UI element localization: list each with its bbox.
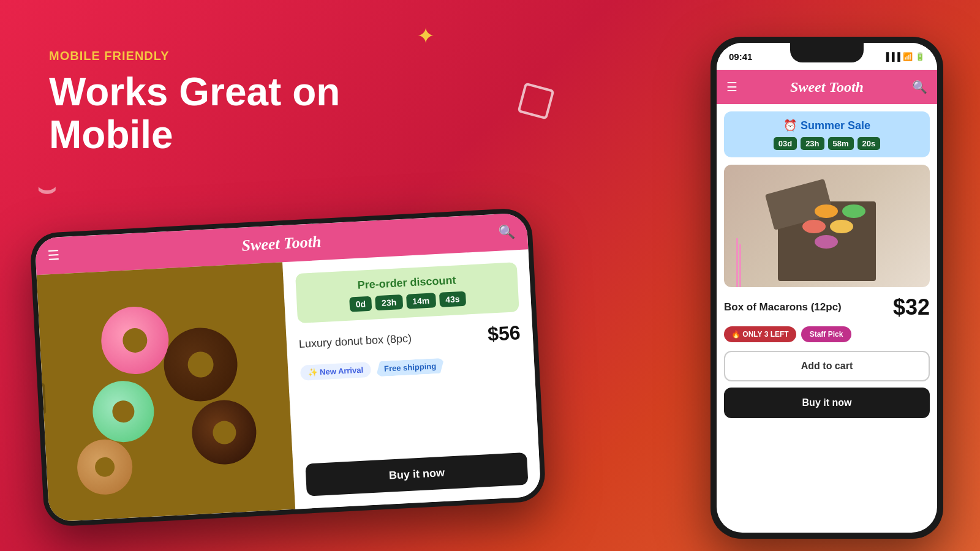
phone-notch bbox=[790, 43, 864, 62]
battery-icon: 🔋 bbox=[915, 52, 925, 61]
donut-chocolate-1 bbox=[162, 326, 239, 403]
left-content: MOBILE FRIENDLY Works Great on Mobile bbox=[49, 49, 417, 157]
landscape-product-name: Luxury donut box (8pc) bbox=[299, 332, 412, 351]
sale-hours: 23h bbox=[801, 137, 824, 150]
macaron-image bbox=[724, 165, 930, 287]
add-to-cart-button[interactable]: Add to cart bbox=[724, 351, 930, 381]
sale-banner: ⏰ Summer Sale 03d 23h 58m 20s bbox=[724, 111, 930, 157]
landscape-app-title: Sweet Tooth bbox=[241, 233, 322, 255]
portrait-app-title: Sweet Tooth bbox=[790, 79, 864, 96]
portrait-search-icon[interactable]: 🔍 bbox=[912, 80, 927, 94]
phone-portrait: 09:41 ▐▐▐ 📶 🔋 ☰ Sweet Tooth 🔍 ⏰ Summer S… bbox=[710, 37, 943, 539]
sale-icon: ⏰ bbox=[783, 119, 797, 132]
portrait-product-info: Box of Macarons (12pc) $32 bbox=[724, 294, 930, 320]
product-card: Box of Macarons (12pc) $32 🔥 ONLY 3 LEFT… bbox=[724, 165, 930, 525]
smile-decoration: ⌣ bbox=[37, 171, 56, 206]
donut-mint bbox=[91, 380, 156, 444]
macaron-yellow bbox=[830, 220, 853, 233]
sale-countdown: 03d 23h 58m 20s bbox=[734, 137, 920, 150]
donut-chocolate-2 bbox=[190, 399, 258, 466]
portrait-buy-button[interactable]: Buy it now bbox=[724, 388, 930, 418]
countdown-seconds: 43s bbox=[439, 291, 467, 307]
countdown-minutes: 14m bbox=[406, 293, 436, 309]
landscape-tags: ✨ New Arrival Free shipping bbox=[300, 354, 522, 381]
star-decoration: ✦ bbox=[417, 23, 435, 49]
free-shipping-tag: Free shipping bbox=[375, 358, 445, 377]
phone-landscape: ☰ Sweet Tooth 🔍 Pre-order bbox=[29, 208, 546, 527]
donut-image-area bbox=[37, 262, 296, 522]
preorder-box: Pre-order discount 0d 23h 14m 43s bbox=[295, 262, 519, 323]
macaron-red bbox=[802, 220, 826, 233]
sale-days: 03d bbox=[774, 137, 797, 150]
phone-portrait-inner: 09:41 ▐▐▐ 📶 🔋 ☰ Sweet Tooth 🔍 ⏰ Summer S… bbox=[717, 43, 937, 533]
mobile-friendly-label: MOBILE FRIENDLY bbox=[49, 49, 417, 63]
phone-landscape-inner: ☰ Sweet Tooth 🔍 Pre-order bbox=[34, 212, 541, 522]
donut-display bbox=[37, 262, 296, 522]
countdown-hours: 23h bbox=[375, 294, 402, 310]
landscape-buy-button[interactable]: Buy it now bbox=[305, 452, 528, 497]
portrait-app-bar: ☰ Sweet Tooth 🔍 bbox=[717, 70, 937, 104]
landscape-product-price: $56 bbox=[487, 321, 521, 346]
portrait-product-price: $32 bbox=[893, 294, 930, 320]
status-time: 09:41 bbox=[729, 51, 752, 62]
fire-tag: 🔥 ONLY 3 LEFT bbox=[724, 326, 796, 342]
ribbon-1 bbox=[736, 238, 738, 287]
countdown-days: 0d bbox=[349, 296, 372, 312]
portrait-product-name: Box of Macarons (12pc) bbox=[724, 301, 842, 313]
macaron-box bbox=[778, 201, 876, 281]
landscape-product-row: Luxury donut box (8pc) $56 bbox=[298, 319, 521, 358]
signal-icon: ▐▐▐ bbox=[883, 52, 900, 61]
macaron-orange bbox=[815, 204, 838, 218]
landscape-menu-icon[interactable]: ☰ bbox=[47, 247, 60, 264]
macaron-green bbox=[842, 204, 865, 218]
sale-title: ⏰ Summer Sale bbox=[734, 119, 920, 132]
main-heading: Works Great on Mobile bbox=[49, 70, 417, 157]
landscape-search-icon[interactable]: 🔍 bbox=[498, 223, 515, 240]
ribbon-2 bbox=[739, 244, 741, 287]
donut-pink bbox=[100, 305, 171, 376]
sale-minutes: 58m bbox=[828, 137, 854, 150]
sale-seconds: 20s bbox=[858, 137, 881, 150]
status-icons: ▐▐▐ 📶 🔋 bbox=[883, 52, 925, 61]
landscape-content: Pre-order discount 0d 23h 14m 43s Luxury… bbox=[37, 249, 541, 522]
portrait-menu-icon[interactable]: ☰ bbox=[726, 80, 737, 94]
new-arrival-tag: ✨ New Arrival bbox=[300, 362, 371, 381]
wifi-icon: 📶 bbox=[903, 52, 913, 61]
sale-label: Summer Sale bbox=[801, 119, 870, 132]
landscape-right-panel: Pre-order discount 0d 23h 14m 43s Luxury… bbox=[282, 249, 541, 509]
diamond-decoration bbox=[517, 82, 554, 119]
staff-pick-tag: Staff Pick bbox=[801, 326, 852, 342]
macaron-purple bbox=[815, 235, 838, 249]
donut-striped bbox=[76, 438, 134, 497]
portrait-tags: 🔥 ONLY 3 LEFT Staff Pick bbox=[724, 326, 930, 342]
